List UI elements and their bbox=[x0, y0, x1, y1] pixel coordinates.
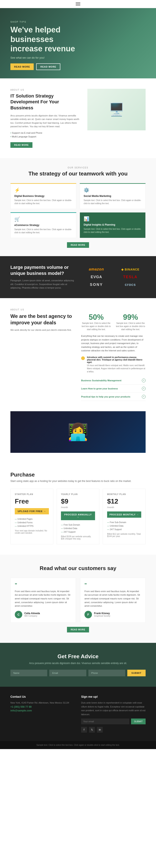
stat-number-1: 50% bbox=[81, 313, 111, 322]
about-text: ABOUT US IT Solution Strategy Developmen… bbox=[10, 89, 81, 148]
advice-email-input[interactable] bbox=[49, 670, 86, 676]
stat-label-1: Sample text. Click to select the text bo… bbox=[81, 322, 111, 331]
accordion-item-1[interactable]: Business Sustainability Management + bbox=[81, 376, 146, 384]
footer-input-row: SUBMIT bbox=[81, 718, 146, 724]
agency-section: ABOUT US We are the best agency to impro… bbox=[0, 298, 156, 411]
advice-submit-btn[interactable]: SUBMIT bbox=[127, 670, 146, 676]
pricing-btn-monthly[interactable]: Proceed Monthly → bbox=[107, 512, 141, 518]
author-info-2: Frank Kinney Graphical Society bbox=[94, 612, 110, 617]
footer-contact-heading: Contact Us bbox=[10, 695, 75, 699]
partner-logo-tesla: TESLA bbox=[115, 275, 146, 279]
service-title-social: Social Media Marketing bbox=[84, 195, 142, 197]
accordion-arrow-3[interactable]: + bbox=[142, 395, 146, 399]
agency-left: We are the best agency to improve your d… bbox=[10, 313, 75, 401]
stat-number-2: 99% bbox=[116, 313, 146, 322]
testimonial-text-2: From sed libero enim sed faucibus turpis… bbox=[85, 590, 141, 608]
testimonial-card-1: " From sed libero enim sed faucibus turp… bbox=[10, 578, 76, 623]
pricing-card-free: Starter Plan Free Upload for Free → Unli… bbox=[10, 489, 53, 544]
purchase-heading: Purchase bbox=[10, 471, 146, 478]
milestone-desc: Ut risus sed blandit libero volutpat sed… bbox=[87, 364, 146, 373]
pricing-feature-free-3: Unlimited HTTPS bbox=[15, 524, 49, 528]
about-section: ABOUT US IT Solution Strategy Developmen… bbox=[0, 79, 156, 158]
pricing-feature-free-1: Unlimited Pages bbox=[15, 517, 49, 521]
stat-box-2: 99% Sample text. Click to select the tex… bbox=[116, 313, 146, 331]
footer-submit-btn[interactable]: SUBMIT bbox=[131, 718, 146, 724]
services-read-more-btn[interactable]: READ MORE bbox=[67, 242, 89, 248]
purchase-section: Purchase Start using static.app as a hos… bbox=[0, 461, 156, 555]
pricing-per-yearly: /month bbox=[61, 506, 95, 508]
pricing-note-yearly: Billed $108 per website annually. $36 ch… bbox=[61, 535, 95, 540]
pricing-per-monthly: /month bbox=[107, 506, 141, 508]
facebook-icon[interactable]: f bbox=[81, 727, 87, 733]
pricing-feature-monthly-2: Unlimited Data bbox=[107, 524, 141, 528]
service-title-insights: Digital Insights & Planning bbox=[84, 223, 142, 226]
accordion-arrow-2[interactable]: + bbox=[142, 387, 146, 391]
partner-logo-sony: SONY bbox=[81, 283, 112, 287]
footer: Contact Us New York, 4140 Parker Rd. All… bbox=[0, 687, 156, 749]
agency-paragraph: We work directly for our clients and put… bbox=[10, 328, 75, 332]
partner-logo-amazon: amazon bbox=[81, 267, 112, 272]
about-heading: IT Solution Strategy Development For You… bbox=[10, 93, 81, 111]
advice-phone-input[interactable] bbox=[88, 670, 125, 676]
author-name-1: Celia Almeda bbox=[24, 612, 40, 615]
author-name-2: Frank Kinney bbox=[94, 612, 110, 615]
quote-mark-2: " bbox=[85, 582, 141, 588]
advice-name-input[interactable] bbox=[10, 670, 47, 676]
footer-email-input[interactable] bbox=[81, 718, 129, 724]
pricing-btn-yearly[interactable]: Proceed Annually → bbox=[61, 512, 95, 520]
hero-buttons: READ MORE READ MORE bbox=[10, 63, 60, 70]
footer-email[interactable]: info@sample.com bbox=[10, 709, 32, 712]
pricing-feature-yearly-1: Free Sub-Domain bbox=[61, 523, 95, 527]
agency-right: 50% Sample text. Click to select the tex… bbox=[81, 313, 146, 401]
pricing-price-monthly: $12 bbox=[107, 497, 141, 505]
service-icon-social: ⚙️ bbox=[84, 188, 142, 193]
about-read-more-btn[interactable]: READ MORE bbox=[10, 142, 32, 148]
service-card-digital-insights: 📊 Digital Insights & Planning Sample tex… bbox=[80, 212, 146, 238]
pricing-price-free: Free bbox=[15, 497, 49, 505]
footer-bottom-text: Sample text. Click to select the text bo… bbox=[10, 744, 146, 746]
advice-paragraph: Arcu posuere primis iaculis dignissim di… bbox=[10, 662, 146, 665]
footer-phone[interactable]: +1 (391) 556 77 89 bbox=[10, 706, 32, 708]
service-icon-insights: 📊 bbox=[84, 216, 142, 222]
pricing-label-yearly: Yearly Plan bbox=[61, 493, 95, 495]
accordion-item-3[interactable]: Practical tips to help you grow your pro… bbox=[81, 393, 146, 401]
agency-content: We are the best agency to improve your d… bbox=[10, 313, 146, 401]
author-info-1: Celia Almeda WD Company bbox=[24, 612, 40, 617]
hero-read-more-btn[interactable]: READ MORE bbox=[10, 63, 34, 70]
milestone-item: Introduce with summit in performance-mas… bbox=[81, 356, 146, 373]
social-icons: f 𝕏 in bbox=[81, 727, 146, 733]
agency-desc: Everything that can be necessary to crea… bbox=[81, 334, 146, 352]
pricing-label-free: Starter Plan bbox=[15, 493, 49, 495]
about-list-item-2: Multi-Language Support bbox=[10, 135, 81, 138]
pricing-features-yearly: Free Sub-Domain Unlimited Data 24/7 Supp… bbox=[61, 523, 95, 534]
accordion-arrow-1[interactable]: + bbox=[142, 379, 146, 382]
testimonials-btn-wrap: READ MORE bbox=[10, 627, 146, 632]
instagram-icon[interactable]: in bbox=[97, 727, 103, 733]
testimonial-text-1: From sed libero enim sed faucibus turpis… bbox=[15, 590, 71, 608]
hero-read-more-btn-2[interactable]: READ MORE bbox=[36, 63, 60, 70]
accordion-item-2[interactable]: Learn How to grow your business + bbox=[81, 384, 146, 393]
partner-logo-evga: EVGA bbox=[81, 275, 112, 279]
hero-section: SHOP TIPS We've helped businesses increa… bbox=[0, 8, 156, 79]
agency-image-section: 👩‍💻 bbox=[0, 411, 156, 461]
service-card-digital-business: ⚡ Digital Business Strategy Sample text.… bbox=[10, 183, 76, 209]
footer-address: New York, 4140 Parker Rd. Allentown, New… bbox=[10, 701, 75, 705]
footer-newsletter-col: Sign me up! Duis ante lorem dolor in rep… bbox=[81, 695, 146, 733]
advice-form: SUBMIT bbox=[10, 670, 146, 676]
testimonials-read-more-btn[interactable]: READ MORE bbox=[67, 627, 89, 632]
testimonials-grid: " From sed libero enim sed faucibus turp… bbox=[10, 578, 146, 623]
testimonials-heading: Read what our customers say bbox=[10, 565, 146, 571]
partners-section: Large payments volume or unique business… bbox=[0, 256, 156, 298]
service-icon-digital: ⚡ bbox=[14, 188, 72, 193]
footer-contact-col: Contact Us New York, 4140 Parker Rd. All… bbox=[10, 695, 75, 733]
pricing-label-monthly: Monthly Plan bbox=[107, 493, 141, 495]
hero-label: SHOP TIPS bbox=[10, 21, 26, 23]
hamburger-menu[interactable] bbox=[76, 2, 80, 5]
pricing-note-monthly: Billed $12 per website monthly. Total $1… bbox=[107, 533, 141, 537]
pricing-note-free: Your next app domain included. No credit… bbox=[15, 530, 49, 534]
pricing-price-yearly: $9 bbox=[61, 497, 95, 505]
pricing-btn-free[interactable]: Upload for Free → bbox=[15, 508, 49, 514]
stats-row: 50% Sample text. Click to select the tex… bbox=[81, 313, 146, 331]
twitter-icon[interactable]: 𝕏 bbox=[89, 727, 95, 733]
partner-logo-binance: ◆ BINANCE bbox=[115, 268, 146, 271]
